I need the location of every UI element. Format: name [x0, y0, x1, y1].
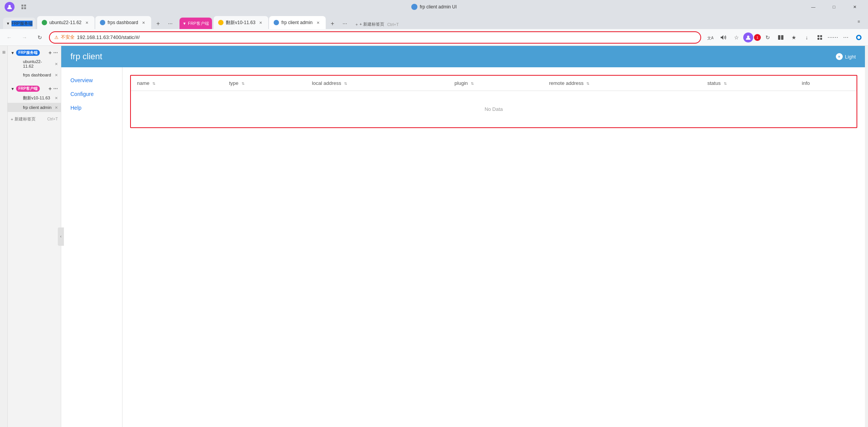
refresh-icon[interactable]: ↻: [762, 31, 774, 44]
collapse-sidebar-button[interactable]: ‹: [58, 227, 64, 246]
tab-bar: ▼ FRP服务端 ubuntu22-11.62 ✕ frps dashboard…: [0, 14, 868, 29]
edge-icon[interactable]: [853, 31, 865, 44]
no-data-row: No Data: [131, 91, 857, 128]
tab-frps-title: frps dashboard: [108, 20, 138, 25]
sidebar-item-frps-favicon: [15, 72, 21, 78]
tab-ubuntu-title: ubuntu22-11.62: [49, 20, 82, 25]
tab-frpc-admin-close[interactable]: ✕: [315, 19, 321, 26]
favorites-icon[interactable]: ★: [788, 31, 800, 44]
tab-frpc-admin[interactable]: frp client admin ✕: [269, 16, 325, 29]
tab-action-1[interactable]: ≡: [853, 15, 865, 28]
app-title: frp client: [70, 52, 102, 62]
back-button[interactable]: ←: [3, 31, 15, 44]
sidebar-item-frps[interactable]: frps dashboard ✕: [8, 70, 61, 80]
profile-icon[interactable]: [5, 2, 15, 12]
svg-rect-6: [820, 35, 822, 37]
tab-frpc-admin-title: frp client admin: [281, 20, 312, 25]
svg-rect-5: [817, 35, 819, 37]
col-name[interactable]: name ⇅: [131, 76, 223, 91]
maximize-button[interactable]: □: [825, 2, 843, 12]
add-tab-client-button[interactable]: +: [327, 18, 338, 29]
sidebar-add-server-button[interactable]: +: [49, 50, 52, 56]
sidebar-add-client-button[interactable]: +: [49, 86, 52, 92]
sidebar-item-frps-close[interactable]: ✕: [55, 73, 58, 77]
tab-group-frp-client[interactable]: ▼ FRP客户端: [179, 18, 212, 29]
download-icon[interactable]: ↓: [801, 31, 813, 44]
app-header: frp client ☀ Light: [61, 46, 865, 67]
tab-ubuntu-close[interactable]: ✕: [84, 19, 90, 26]
nav-item-configure[interactable]: Configure: [61, 87, 122, 101]
col-local-address[interactable]: local address ⇅: [306, 76, 449, 91]
sidebar-new-tab-label: 新建标签页: [15, 116, 36, 122]
sidebar-client-badge: FRP客户端: [16, 86, 40, 92]
translate-icon[interactable]: 文A: [704, 31, 716, 44]
notification-badge[interactable]: 1: [754, 34, 761, 41]
table-header-row: name ⇅ type ⇅ local address: [131, 76, 857, 91]
nav-item-overview[interactable]: Overview: [61, 73, 122, 87]
sidebar-item-frps-title: frps dashboard: [23, 73, 51, 77]
theme-toggle[interactable]: ☀ Light: [836, 53, 856, 60]
svg-rect-8: [820, 38, 822, 40]
refresh-button[interactable]: ↻: [34, 31, 46, 44]
sidebar-item-frpc-v10-favicon: [15, 96, 21, 101]
sort-status-icon: ⇅: [724, 81, 727, 86]
tab-frpc-v10-close[interactable]: ✕: [258, 19, 264, 26]
sidebar-new-tab-shortcut: Ctrl+T: [47, 117, 58, 121]
sidebar-item-ubuntu-favicon: [15, 61, 21, 67]
settings-menu-icon[interactable]: ⋯: [840, 31, 852, 44]
tab-frpc-v10[interactable]: 翻新v10-11.63 ✕: [214, 16, 268, 29]
sidebar-section-client: ▼ FRP客户端 + ⋯ 翻新v10-11.63 ✕ frp client ad…: [8, 82, 61, 114]
address-bar: ← → ↻ ⚠ 不安全 文A ☆ 1 ↻ ★ ↓: [0, 29, 868, 46]
sidebar-item-frpc-admin-close[interactable]: ✕: [55, 106, 58, 110]
star-icon[interactable]: ☆: [730, 31, 742, 44]
forward-button[interactable]: →: [18, 31, 31, 44]
col-type[interactable]: type ⇅: [223, 76, 306, 91]
tab-frps-close[interactable]: ✕: [140, 19, 147, 26]
more-tabs-client-button[interactable]: ⋯: [339, 18, 350, 29]
sidebar: ‹ ▼ FRP服务端 + ⋯ ubuntu22-11.62 ✕ frps das…: [8, 46, 61, 427]
app-main: name ⇅ type ⇅ local address: [122, 67, 865, 427]
collections-icon[interactable]: [814, 31, 826, 44]
new-tab-area[interactable]: + + 新建标签页 Ctrl+T: [352, 19, 402, 29]
sidebar-item-frpc-v10-close[interactable]: ✕: [55, 96, 58, 100]
panel-icon-1[interactable]: ⊞: [1, 49, 7, 55]
tab-ubuntu[interactable]: ubuntu22-11.62 ✕: [37, 16, 95, 29]
sidebar-section-server: ▼ FRP服务端 + ⋯ ubuntu22-11.62 ✕ frps dashb…: [8, 46, 61, 82]
data-table-wrapper: name ⇅ type ⇅ local address: [130, 75, 857, 128]
sidebar-item-ubuntu[interactable]: ubuntu22-11.62 ✕: [8, 57, 61, 70]
sidebar-server-badge: FRP服务端: [16, 50, 40, 56]
sidebar-group-header-client[interactable]: ▼ FRP客户端 + ⋯: [8, 84, 61, 93]
new-tab-icon: +: [356, 22, 358, 27]
col-remote-address[interactable]: remote address ⇅: [543, 76, 701, 91]
split-view-icon[interactable]: [775, 31, 787, 44]
sidebar-item-frpc-admin[interactable]: frp client admin ✕: [8, 103, 61, 112]
close-button[interactable]: ✕: [846, 2, 863, 12]
sidebar-more-client-button[interactable]: ⋯: [53, 86, 58, 91]
col-status[interactable]: status ⇅: [701, 76, 796, 91]
sidebar-item-frpc-v10[interactable]: 翻新v10-11.63 ✕: [8, 93, 61, 103]
left-panel: ⊞: [0, 46, 8, 427]
sidebar-item-ubuntu-close[interactable]: ✕: [55, 62, 58, 66]
nav-item-help[interactable]: Help: [61, 101, 122, 115]
sidebar-new-tab[interactable]: + 新建标签页 Ctrl+T: [8, 114, 61, 124]
more-tabs-server-button[interactable]: ⋯: [165, 18, 176, 29]
address-input[interactable]: [77, 34, 696, 40]
page-favicon: [411, 4, 418, 10]
tab-frpc-admin-favicon: [274, 20, 279, 25]
sort-type-icon: ⇅: [241, 81, 245, 86]
svg-text:文A: 文A: [707, 36, 713, 40]
col-plugin[interactable]: plugin ⇅: [449, 76, 543, 91]
tab-group-frp-server[interactable]: ▼ FRP服务端: [3, 18, 36, 29]
user-profile-icon[interactable]: [743, 32, 753, 42]
window-title: frp client admin UI: [420, 4, 457, 10]
page-area: frp client ☀ Light Overview Configure He…: [61, 46, 865, 427]
browser-apps-icon[interactable]: ⋯⋯: [827, 31, 839, 44]
tab-ubuntu-favicon: [42, 20, 47, 25]
sidebar-more-server-button[interactable]: ⋯: [53, 50, 58, 55]
tab-frps-dashboard[interactable]: frps dashboard ✕: [95, 16, 151, 29]
sidebar-group-header-server[interactable]: ▼ FRP服务端 + ⋯: [8, 48, 61, 57]
extension-icon[interactable]: [18, 1, 30, 13]
add-tab-server-button[interactable]: +: [153, 18, 163, 29]
minimize-button[interactable]: —: [804, 2, 822, 12]
read-aloud-icon[interactable]: [717, 31, 729, 44]
